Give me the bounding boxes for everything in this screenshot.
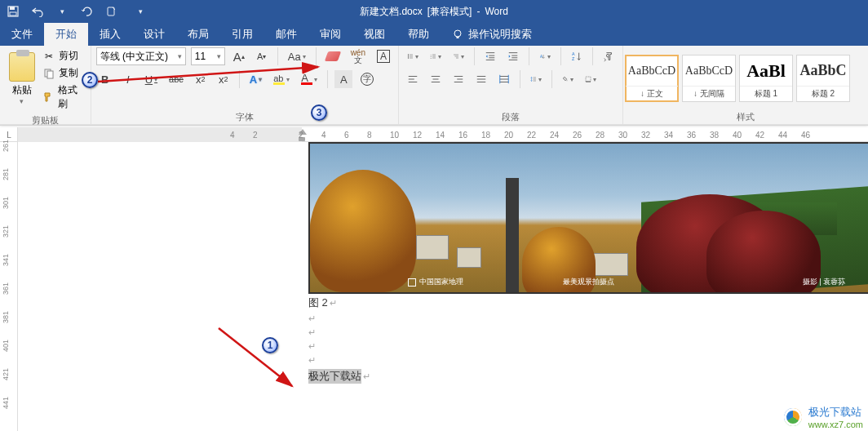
- ruler-tick: 24: [550, 131, 559, 140]
- tab-mailings[interactable]: 邮件: [264, 23, 308, 46]
- tab-file[interactable]: 文件: [0, 23, 44, 46]
- ruler-tick: 14: [436, 131, 445, 140]
- tab-help[interactable]: 帮助: [396, 23, 441, 46]
- vertical-ruler[interactable]: 261281301321341361381401421441: [0, 142, 18, 431]
- chevron-down-icon: ▾: [20, 97, 24, 105]
- style-card-normal[interactable]: AaBbCcD↓ 正文: [625, 55, 679, 102]
- group-clipboard: 粘贴 ▾ ✂剪切 复制 格式刷 剪贴板: [0, 46, 91, 125]
- phonetic-icon: wén文: [351, 49, 365, 64]
- style-card-nospacing[interactable]: AaBbCcD↓ 无间隔: [682, 55, 736, 102]
- align-right-button[interactable]: [450, 70, 467, 88]
- style-name: 标题 1: [740, 86, 792, 101]
- ruler-tick: 26: [573, 131, 582, 140]
- shading-button[interactable]: [559, 70, 577, 88]
- sort-button[interactable]: AZ: [568, 47, 586, 65]
- ruler-tick: 40: [733, 131, 742, 140]
- text-direction-button[interactable]: A: [536, 47, 554, 65]
- paintbrush-icon: [42, 91, 55, 104]
- tab-layout[interactable]: 布局: [176, 23, 220, 46]
- group-paragraph: 123 A AZ: [399, 46, 623, 125]
- ruler-tick: 20: [504, 131, 513, 140]
- style-preview: AaBbCcD: [626, 56, 678, 86]
- copy-label: 复制: [59, 66, 78, 80]
- char-border-button[interactable]: A: [374, 47, 393, 65]
- compat-mode: [兼容模式]: [427, 5, 472, 19]
- tab-design[interactable]: 设计: [132, 23, 176, 46]
- multilevel-list-button[interactable]: [450, 47, 467, 65]
- ribbon-tabs: 文件 开始 插入 设计 布局 引用 邮件 审阅 视图 帮助 操作说明搜索: [0, 23, 868, 46]
- style-preview: AaBl: [740, 56, 792, 86]
- document-image[interactable]: 中国国家地理 最美观景拍摄点 摄影 | 袁蓉荪: [308, 142, 868, 294]
- align-left-button[interactable]: [404, 70, 422, 88]
- redo-icon[interactable]: [80, 5, 93, 18]
- svg-line-56: [219, 328, 292, 386]
- svg-point-4: [454, 30, 461, 37]
- ruler-tick: 4: [321, 131, 326, 140]
- numbering-button[interactable]: 123: [427, 47, 445, 65]
- phonetic-guide-button[interactable]: wén文: [348, 47, 369, 65]
- annotation-badge-3: 3: [311, 104, 327, 121]
- document-page[interactable]: 中国国家地理 最美观景拍摄点 摄影 | 袁蓉荪 图 2↵ ↵ ↵ ↵ ↵ 极光下…: [18, 142, 868, 431]
- tab-references[interactable]: 引用: [220, 23, 264, 46]
- svg-rect-53: [586, 77, 591, 82]
- svg-rect-1: [10, 7, 15, 10]
- ruler-tick: 6: [344, 131, 349, 140]
- lightbulb-icon: [452, 29, 463, 40]
- tab-insert[interactable]: 插入: [88, 23, 132, 46]
- ruler-tick: 381: [2, 311, 10, 323]
- ruler-tick: 32: [641, 131, 650, 140]
- undo-dropdown-icon[interactable]: [55, 5, 69, 18]
- ruler-tick: 361: [2, 282, 10, 295]
- figure-caption[interactable]: 图 2: [308, 295, 328, 310]
- style-name: 标题 2: [797, 86, 849, 101]
- paragraph-mark-icon: ↵: [330, 298, 337, 309]
- ruler-tick: 261: [2, 140, 10, 152]
- ruler-tick: 12: [413, 131, 422, 140]
- watermark: 极光下载站 www.xz7.com: [784, 405, 863, 429]
- decrease-indent-button[interactable]: [481, 47, 499, 65]
- align-center-button[interactable]: [427, 70, 445, 88]
- char-border-icon: A: [377, 50, 390, 63]
- ruler-tick: 321: [2, 225, 10, 238]
- ruler-tick: 401: [2, 340, 10, 352]
- paste-button[interactable]: 粘贴 ▾: [5, 49, 39, 105]
- svg-text:Z: Z: [572, 56, 575, 61]
- ruler-tick: 28: [596, 131, 604, 140]
- align-distribute-button[interactable]: [495, 70, 513, 88]
- horizontal-ruler[interactable]: 4224681012141618202224262830323436384042…: [18, 127, 868, 142]
- doc-name: 新建文档.docx: [360, 5, 423, 19]
- align-justify-button[interactable]: [472, 70, 490, 88]
- line-spacing-button[interactable]: [527, 70, 545, 88]
- svg-line-55: [98, 67, 318, 82]
- tab-tell-me[interactable]: 操作说明搜索: [441, 23, 543, 46]
- ruler-tick: 34: [664, 131, 673, 140]
- cut-label: 剪切: [59, 49, 78, 63]
- borders-button[interactable]: [582, 70, 600, 88]
- tab-review[interactable]: 审阅: [308, 23, 352, 46]
- qat-customize-dropdown-icon[interactable]: [134, 5, 147, 18]
- copy-button[interactable]: 复制: [42, 66, 86, 80]
- show-marks-button[interactable]: [600, 47, 618, 65]
- tab-view[interactable]: 视图: [352, 23, 396, 46]
- svg-point-52: [566, 80, 568, 82]
- format-painter-button[interactable]: 格式刷: [42, 83, 86, 111]
- img-caption-left: 中国国家地理: [419, 277, 463, 287]
- svg-point-9: [408, 56, 409, 56]
- svg-point-8: [408, 54, 409, 55]
- cut-button[interactable]: ✂剪切: [42, 49, 86, 63]
- increase-indent-button[interactable]: [504, 47, 522, 65]
- undo-icon[interactable]: [31, 5, 44, 18]
- annotation-badge-1: 1: [262, 337, 278, 353]
- style-card-heading1[interactable]: AaBl标题 1: [739, 55, 793, 102]
- group-label-styles: 样式: [623, 111, 868, 125]
- style-card-heading2[interactable]: AaBbC标题 2: [796, 55, 850, 102]
- enclose-char-button[interactable]: 字: [357, 70, 377, 88]
- touch-mode-icon[interactable]: [104, 5, 117, 18]
- scissors-icon: ✂: [42, 50, 55, 63]
- save-icon[interactable]: [7, 5, 20, 18]
- tab-home[interactable]: 开始: [44, 23, 88, 46]
- annotation-arrow-2-to-3: [96, 59, 341, 124]
- bullets-button[interactable]: [404, 47, 422, 65]
- paste-icon: [9, 52, 35, 82]
- svg-text:3: 3: [431, 57, 432, 60]
